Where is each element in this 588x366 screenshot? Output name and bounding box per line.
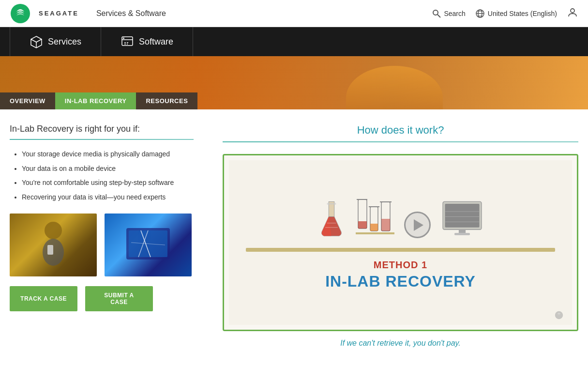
svg-line-11 xyxy=(36,39,42,42)
track-case-button[interactable]: TRACK A CASE xyxy=(10,286,77,311)
flask-icon xyxy=(317,199,346,238)
seagate-logo xyxy=(10,3,31,24)
svg-line-10 xyxy=(31,39,36,42)
nav-item-services[interactable]: Services xyxy=(10,27,101,56)
region-label: United States (English) xyxy=(488,10,557,17)
top-header: SEAGATE Services & Software Search Unite… xyxy=(0,0,588,27)
svg-rect-29 xyxy=(327,203,336,205)
svg-rect-31 xyxy=(358,221,367,229)
search-label: Search xyxy=(444,10,465,17)
tab-overview[interactable]: OVERVIEW xyxy=(0,92,55,109)
list-item: Recovering your data is vital—you need e… xyxy=(22,193,203,202)
tab-resources[interactable]: RESOURCES xyxy=(136,92,197,109)
nav-bar: Services Software xyxy=(0,27,588,56)
person-photo xyxy=(10,214,97,276)
svg-point-1 xyxy=(433,10,438,15)
person-image xyxy=(10,214,97,276)
search-icon xyxy=(432,9,441,18)
person-illustration xyxy=(34,218,73,272)
nav-item-software[interactable]: Software xyxy=(101,27,193,56)
svg-line-2 xyxy=(437,15,440,17)
logo-area: SEAGATE Services & Software xyxy=(10,3,166,24)
video-inner: METHOD 1 IN-LAB RECOVERY xyxy=(229,160,572,325)
play-triangle-icon xyxy=(414,219,423,231)
hero-banner: OVERVIEW IN-LAB RECOVERY RESOURCES xyxy=(0,56,588,109)
buttons-row: TRACK A CASE SUBMIT A CASE xyxy=(10,286,203,311)
globe-icon xyxy=(475,9,485,18)
svg-point-47 xyxy=(555,311,563,319)
video-method-label: METHOD 1 xyxy=(374,259,427,271)
brand-name: SEAGATE xyxy=(39,10,79,17)
user-icon xyxy=(567,7,578,18)
hero-tabs: OVERVIEW IN-LAB RECOVERY RESOURCES xyxy=(0,92,197,109)
images-row xyxy=(10,214,203,276)
list-item: You're not comfortable using step-by-ste… xyxy=(22,178,203,188)
svg-rect-46 xyxy=(454,233,470,235)
search-button[interactable]: Search xyxy=(432,9,465,18)
monitor-icon xyxy=(440,199,484,238)
user-button[interactable] xyxy=(567,7,578,20)
submit-case-button[interactable]: SUBMIT A CASE xyxy=(85,286,153,311)
cube-icon xyxy=(30,35,43,48)
device-illustration xyxy=(117,218,180,272)
right-heading: How does it work? xyxy=(223,124,578,137)
left-column: In-Lab Recovery is right for you if: You… xyxy=(10,124,203,348)
play-button[interactable] xyxy=(404,212,431,238)
video-shelf xyxy=(246,248,555,252)
list-item: Your storage device media is physically … xyxy=(22,150,203,159)
header-nav-title: Services & Software xyxy=(96,9,166,18)
right-divider xyxy=(223,141,578,142)
tab-inlab-recovery[interactable]: IN-LAB RECOVERY xyxy=(55,92,136,109)
nav-software-label: Software xyxy=(139,37,173,47)
tagline: If we can't retrieve it, you don't pay. xyxy=(223,339,578,348)
svg-rect-41 xyxy=(445,204,479,228)
svg-rect-34 xyxy=(370,224,378,231)
svg-point-8 xyxy=(571,9,574,13)
video-title-label: IN-LAB RECOVERY xyxy=(325,273,476,290)
beakers-icon xyxy=(356,195,394,238)
left-heading: In-Lab Recovery is right for you if: xyxy=(10,124,203,134)
svg-rect-37 xyxy=(381,219,390,231)
bullet-list: Your storage device media is physically … xyxy=(10,150,203,202)
region-button[interactable]: United States (English) xyxy=(475,9,557,18)
svg-rect-45 xyxy=(459,229,466,233)
video-seagate-watermark xyxy=(552,310,566,321)
main-content: In-Lab Recovery is right for you if: You… xyxy=(0,109,588,362)
device-image xyxy=(105,214,192,276)
header-right: Search United States (English) xyxy=(432,7,578,20)
left-divider xyxy=(10,139,194,140)
svg-rect-20 xyxy=(47,245,53,255)
video-icons-row xyxy=(317,195,484,238)
watermark-seagate-icon xyxy=(552,310,566,320)
nav-services-label: Services xyxy=(48,37,81,47)
video-container[interactable]: METHOD 1 IN-LAB RECOVERY xyxy=(223,154,578,331)
device-photo xyxy=(105,214,192,276)
software-icon xyxy=(121,35,134,48)
svg-point-18 xyxy=(45,222,62,239)
svg-point-15 xyxy=(123,38,124,39)
list-item: Your data is on a mobile device xyxy=(22,164,203,174)
right-column: How does it work? xyxy=(223,124,578,348)
